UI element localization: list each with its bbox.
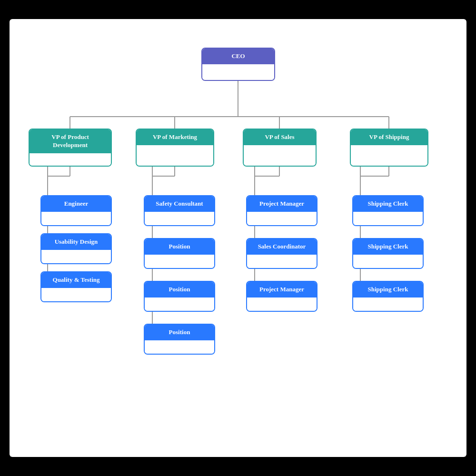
vp-sales-node[interactable]: VP of Sales bbox=[243, 129, 317, 167]
position-2-node[interactable]: Position bbox=[144, 281, 215, 312]
chart-container: CEO VP of Product Development Engineer U… bbox=[10, 19, 466, 457]
project-manager-2-label: Project Manager bbox=[247, 282, 317, 298]
vp-product-development-node[interactable]: VP of Product Development bbox=[29, 129, 112, 167]
vp-marketing-node[interactable]: VP of Marketing bbox=[136, 129, 214, 167]
shipping-clerk-1-node[interactable]: Shipping Clerk bbox=[352, 195, 424, 226]
engineer-node[interactable]: Engineer bbox=[40, 195, 112, 226]
vp-shipping-node[interactable]: VP of Shipping bbox=[350, 129, 428, 167]
shipping-clerk-2-node[interactable]: Shipping Clerk bbox=[352, 238, 424, 269]
position-2-label: Position bbox=[145, 282, 214, 298]
vp-marketing-label: VP of Marketing bbox=[137, 129, 213, 145]
position-1-label: Position bbox=[145, 239, 214, 255]
position-3-node[interactable]: Position bbox=[144, 324, 215, 355]
vp-shipping-label: VP of Shipping bbox=[351, 129, 427, 145]
shipping-clerk-3-label: Shipping Clerk bbox=[353, 282, 423, 298]
shipping-clerk-2-label: Shipping Clerk bbox=[353, 239, 423, 255]
vp-product-body bbox=[30, 153, 111, 167]
project-manager-2-node[interactable]: Project Manager bbox=[246, 281, 317, 312]
usability-design-label: Usability Design bbox=[41, 234, 111, 250]
safety-consultant-label: Safety Consultant bbox=[145, 196, 214, 212]
project-manager-1-label: Project Manager bbox=[247, 196, 317, 212]
project-manager-1-node[interactable]: Project Manager bbox=[246, 195, 317, 226]
ceo-label: CEO bbox=[202, 49, 274, 64]
quality-testing-node[interactable]: Quality & Testing bbox=[40, 271, 112, 302]
sales-coordinator-node[interactable]: Sales Coordinator bbox=[246, 238, 317, 269]
sales-coordinator-label: Sales Coordinator bbox=[247, 239, 317, 255]
shipping-clerk-1-label: Shipping Clerk bbox=[353, 196, 423, 212]
safety-consultant-node[interactable]: Safety Consultant bbox=[144, 195, 215, 226]
vp-sales-label: VP of Sales bbox=[244, 129, 316, 145]
position-3-label: Position bbox=[145, 325, 214, 340]
position-1-node[interactable]: Position bbox=[144, 238, 215, 269]
engineer-label: Engineer bbox=[41, 196, 111, 212]
usability-design-node[interactable]: Usability Design bbox=[40, 233, 112, 264]
ceo-body bbox=[202, 64, 274, 80]
quality-testing-label: Quality & Testing bbox=[41, 272, 111, 288]
org-chart: CEO VP of Product Development Engineer U… bbox=[14, 33, 462, 443]
shipping-clerk-3-node[interactable]: Shipping Clerk bbox=[352, 281, 424, 312]
ceo-node[interactable]: CEO bbox=[201, 48, 275, 81]
vp-product-label: VP of Product Development bbox=[30, 129, 111, 153]
